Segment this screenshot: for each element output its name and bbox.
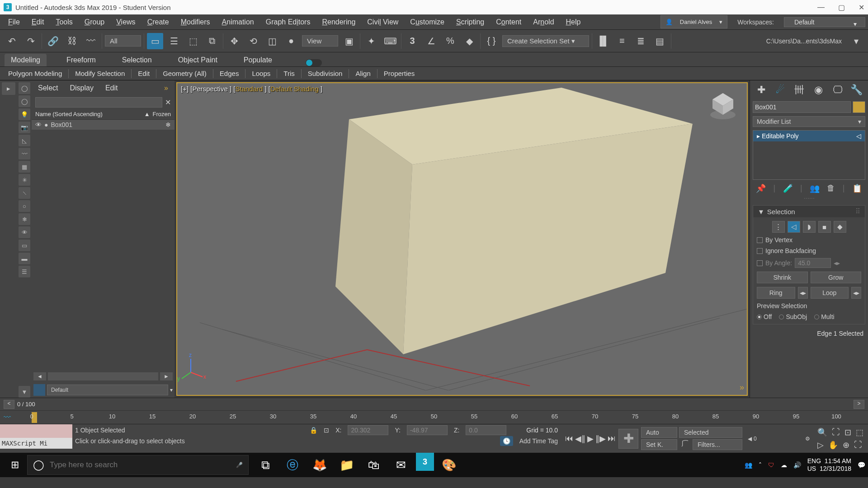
ignore-backfacing-check[interactable]: Ignore Backfacing [757, 247, 861, 254]
taskbar-mail[interactable]: ✉ [389, 453, 413, 477]
menu-customize[interactable]: Customize [405, 16, 450, 28]
angle-spinner[interactable]: 45.0 [795, 258, 831, 268]
panel-align[interactable]: Align [352, 69, 374, 78]
show-end-result-icon[interactable]: 🧪 [783, 183, 793, 193]
minimize-button[interactable]: — [817, 3, 825, 12]
scene-menu-display[interactable]: Display [70, 84, 93, 92]
pivot-center-button[interactable]: ▣ [341, 33, 357, 49]
filter-cameras-icon[interactable]: 📷 [19, 122, 30, 133]
user-account[interactable]: 👤 Daniel Alves ▾ [660, 15, 728, 28]
angle-snap-button[interactable]: ∠ [423, 33, 439, 49]
panel-tris[interactable]: Tris [280, 69, 298, 78]
preview-off-radio[interactable]: Off [757, 313, 772, 320]
time-ruler[interactable]: 〰 05101520253035404550556065707580859095… [0, 410, 868, 424]
cmd-tab-display[interactable]: 🖵 [830, 83, 845, 97]
ribbon-tab-objectpaint[interactable]: Object Paint [172, 54, 224, 66]
taskbar-edge[interactable]: ⓔ [280, 453, 305, 477]
ref-coord-system[interactable]: View [302, 35, 338, 47]
menu-arnold[interactable]: Arnold [528, 16, 559, 28]
prev-frame-button[interactable]: ◀∥ [575, 434, 585, 444]
ribbon-tab-selection[interactable]: Selection [116, 54, 158, 66]
taskbar-paint[interactable]: 🎨 [437, 453, 461, 477]
close-button[interactable]: ✕ [859, 3, 864, 12]
ribbon-toggle[interactable] [306, 59, 322, 66]
coord-z[interactable]: 0.0 [466, 425, 506, 435]
named-selection-button[interactable]: { } [483, 33, 500, 49]
filter-geometry-icon[interactable]: ◯ [19, 82, 30, 94]
make-unique-icon[interactable]: 👥 [810, 183, 820, 193]
loop-button[interactable]: Loop [811, 287, 849, 299]
filter-invert-icon[interactable]: ☰ [19, 266, 30, 277]
task-view-button[interactable]: ⧉ [253, 453, 278, 477]
panel-edges[interactable]: Edges [216, 69, 243, 78]
percent-snap-button[interactable]: % [442, 33, 458, 49]
move-button[interactable]: ✥ [226, 33, 242, 49]
isolate-icon[interactable]: ⊡ [324, 427, 329, 434]
taskbar-explorer[interactable]: 📁 [335, 453, 359, 477]
coord-y[interactable]: -48.97 [407, 425, 448, 435]
select-object-button[interactable]: ▭ [147, 33, 163, 49]
ribbon-tab-modeling[interactable]: Modeling [5, 54, 47, 66]
taskbar-langclock[interactable]: ENG 11:54 AM US 12/31/2018 [807, 457, 851, 473]
key-mode-icon[interactable]: ʃ⁀ [679, 439, 691, 450]
undo-button[interactable]: ↶ [4, 33, 20, 49]
spinner-snap-button[interactable]: ◆ [461, 33, 477, 49]
viewport-expand-icon[interactable]: » [740, 383, 744, 392]
snap-3d-button[interactable]: 3 [404, 33, 420, 49]
frozen-icon[interactable]: ❄ [165, 121, 171, 128]
cortana-icon[interactable]: ◯ [33, 459, 44, 471]
filter-space-icon[interactable]: 〰 [19, 148, 30, 160]
tray-volume-icon[interactable]: 🔊 [793, 461, 801, 469]
layers-button[interactable]: ≣ [633, 33, 649, 49]
notifications-icon[interactable]: 💬3 [858, 461, 865, 469]
time-tag-icon[interactable]: 🕓 [500, 436, 513, 446]
timeconfig-prev-icon[interactable]: ◀ [748, 436, 752, 442]
tray-cloud-icon[interactable]: ☁ [781, 461, 787, 469]
subobj-border[interactable]: ◗ [803, 221, 816, 233]
menu-civilview[interactable]: Civil View [362, 16, 404, 28]
timeconfig-icon[interactable]: ⚙ [805, 436, 810, 442]
taskbar-store[interactable]: 🛍 [362, 453, 386, 477]
menu-tools[interactable]: Tools [50, 16, 78, 28]
ribbon-tab-freeform[interactable]: Freeform [60, 54, 102, 66]
ring-spinner[interactable]: ◂▸ [798, 287, 808, 299]
filter-container-icon[interactable]: ○ [19, 200, 30, 212]
select-name-button[interactable]: ☰ [166, 33, 182, 49]
panel-properties[interactable]: Properties [380, 69, 418, 78]
window-crossing-button[interactable]: ⧉ [204, 33, 220, 49]
scale-button[interactable]: ◫ [264, 33, 280, 49]
zoom-region-icon[interactable]: ⬚ [856, 427, 863, 437]
maxscript-output[interactable] [0, 424, 72, 438]
menu-rendering[interactable]: Rendering [316, 16, 361, 28]
selection-filter[interactable]: All [105, 35, 141, 47]
menu-edit[interactable]: Edit [26, 16, 50, 28]
link-button[interactable]: 🔗 [45, 33, 61, 49]
maximize-button[interactable]: ▢ [838, 3, 845, 12]
panel-edit[interactable]: Edit [134, 69, 153, 78]
curve-editor-icon[interactable]: 〰 [4, 413, 11, 422]
grow-button[interactable]: Grow [811, 272, 862, 283]
scene-collapse-icon[interactable]: » [164, 84, 168, 92]
mirror-button[interactable]: ▐▌ [595, 33, 611, 49]
subobj-element[interactable]: ◆ [834, 221, 846, 233]
workspace-selector[interactable]: Default▾ [784, 17, 865, 27]
rect-region-button[interactable]: ⬚ [185, 33, 201, 49]
filter-none-icon[interactable]: ▬ [19, 253, 30, 264]
cmd-tab-hierarchy[interactable]: 卌 [792, 83, 807, 97]
modifier-stack[interactable]: ▸ Editable Poly◁ [753, 130, 865, 180]
loop-spinner[interactable]: ◂▸ [851, 287, 861, 299]
named-selection-set[interactable]: Create Selection Set ▾ [502, 35, 589, 47]
mic-icon[interactable]: 🎤 [236, 462, 243, 468]
tray-expand-icon[interactable]: ˄ [759, 461, 762, 469]
time-position[interactable]: 0 / 100 [17, 401, 851, 408]
by-angle-check[interactable]: By Angle: 45.0 ◂▸ [757, 258, 861, 268]
ring-button[interactable]: Ring [757, 287, 795, 299]
project-dropdown[interactable]: ▾ [848, 33, 864, 49]
time-prev[interactable]: < [4, 400, 14, 409]
placement-button[interactable]: ● [283, 33, 299, 49]
filter-funnel-icon[interactable]: ▼ [19, 386, 30, 398]
zoom-all-icon[interactable]: ⛶ [832, 427, 840, 437]
filter-xref-icon[interactable]: ✳ [19, 174, 30, 186]
rotate-button[interactable]: ⟲ [245, 33, 261, 49]
taskbar-firefox[interactable]: 🦊 [307, 453, 332, 477]
